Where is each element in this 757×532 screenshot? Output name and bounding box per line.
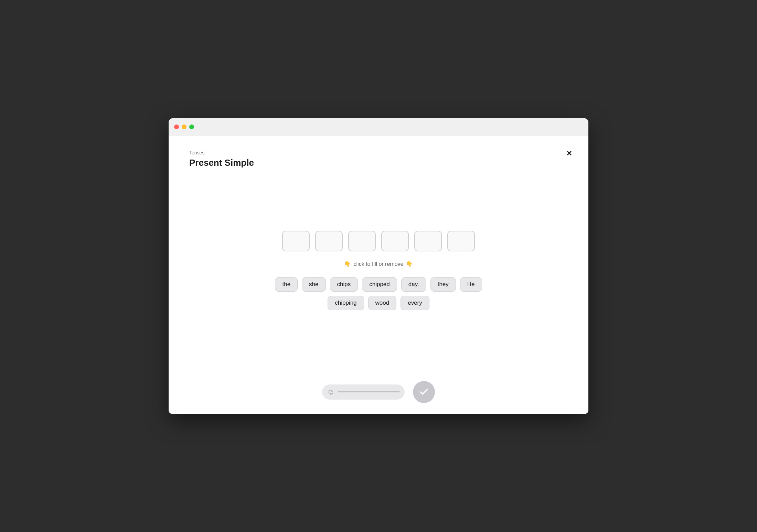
- app-window: Tenses Present Simple × 👇 click to fill …: [169, 118, 588, 414]
- word-row-2: chipping wood every: [328, 296, 429, 310]
- answer-slot-6[interactable]: [447, 231, 475, 251]
- slider-line: [338, 391, 400, 392]
- submit-button[interactable]: [413, 381, 435, 403]
- answer-slot-1[interactable]: [282, 231, 310, 251]
- hint-left-emoji: 👇: [344, 261, 351, 268]
- answer-slot-3[interactable]: [348, 231, 376, 251]
- maximize-traffic-light[interactable]: [189, 124, 194, 129]
- page-title: Present Simple: [189, 158, 568, 168]
- hint-label: click to fill or remove: [354, 261, 404, 267]
- word-chip-he[interactable]: He: [460, 277, 482, 292]
- word-chip-the[interactable]: the: [275, 277, 298, 292]
- word-bank: the she chips chipped day. they He chipp…: [275, 277, 482, 310]
- smiley-icon: ☺: [327, 388, 334, 397]
- word-chip-chipped[interactable]: chipped: [362, 277, 397, 292]
- answer-slot-4[interactable]: [381, 231, 409, 251]
- word-chip-every[interactable]: every: [401, 296, 429, 310]
- word-chip-they[interactable]: they: [430, 277, 456, 292]
- hint-right-emoji: 👇: [406, 261, 413, 268]
- answer-slot-2[interactable]: [315, 231, 343, 251]
- word-row-1: the she chips chipped day. they He: [275, 277, 482, 292]
- word-chip-chipping[interactable]: chipping: [328, 296, 364, 310]
- titlebar: [169, 118, 588, 136]
- exercise-area: 👇 click to fill or remove 👇 the she chip…: [189, 168, 568, 400]
- slider-track[interactable]: ☺: [322, 384, 405, 400]
- answer-slots: [282, 231, 475, 251]
- bottom-bar: ☺: [322, 381, 435, 403]
- traffic-lights: [174, 124, 194, 129]
- word-chip-wood[interactable]: wood: [368, 296, 397, 310]
- close-traffic-light[interactable]: [174, 124, 179, 129]
- checkmark-icon: [419, 387, 429, 397]
- minimize-traffic-light[interactable]: [182, 124, 186, 129]
- answer-slot-5[interactable]: [414, 231, 442, 251]
- main-content: Tenses Present Simple × 👇 click to fill …: [169, 136, 588, 414]
- breadcrumb: Tenses: [189, 150, 568, 155]
- close-button[interactable]: ×: [567, 149, 572, 158]
- header-section: Tenses Present Simple: [189, 150, 568, 168]
- hint-text: 👇 click to fill or remove 👇: [344, 261, 413, 268]
- word-chip-chips[interactable]: chips: [330, 277, 358, 292]
- word-chip-day[interactable]: day.: [401, 277, 426, 292]
- word-chip-she[interactable]: she: [302, 277, 326, 292]
